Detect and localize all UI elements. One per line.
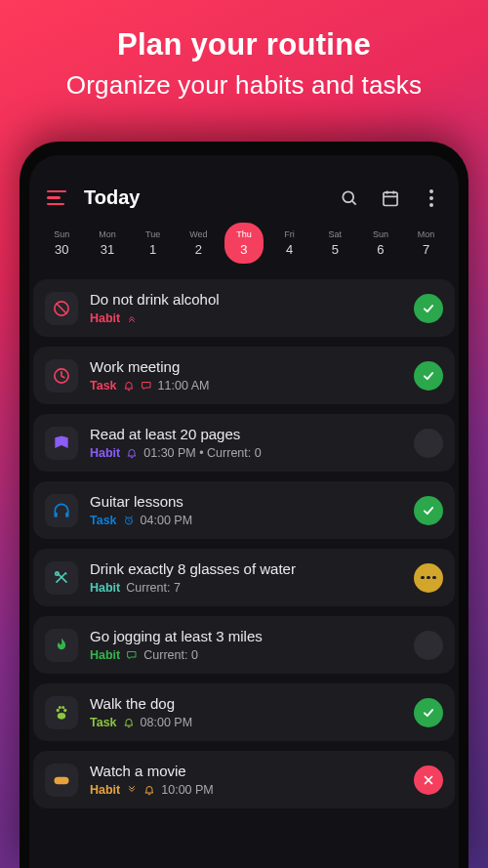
svg-point-0: [343, 191, 353, 202]
day-number: 1: [149, 242, 156, 257]
item-title: Work meeting: [90, 358, 402, 376]
status-button[interactable]: [414, 698, 443, 727]
status-button[interactable]: [414, 429, 443, 458]
phone-frame: Today Sun30Mon31Tue1Wed2Thu3Fri4Sat5Sun6…: [20, 142, 468, 868]
day-of-week: Mon: [99, 229, 116, 239]
item-type: Task: [90, 379, 117, 393]
day-cell[interactable]: Mon31: [88, 223, 127, 264]
svg-point-18: [63, 708, 66, 711]
date-strip: Sun30Mon31Tue1Wed2Thu3Fri4Sat5Sun6Mon7: [29, 223, 459, 279]
day-cell[interactable]: Thu3: [224, 223, 264, 264]
list-item[interactable]: Do not drink alcohol Habit: [33, 279, 455, 337]
status-button[interactable]: [414, 563, 443, 593]
search-icon[interactable]: [340, 188, 359, 208]
day-cell[interactable]: Sat5: [315, 223, 354, 264]
item-title: Drink exactly 8 glasses of water: [90, 560, 402, 578]
overflow-icon[interactable]: [422, 188, 441, 208]
list-item[interactable]: Walk the dog Task 08:00 PM: [33, 683, 455, 741]
list-item[interactable]: Go jogging at least 3 miles Habit Curren…: [33, 616, 455, 674]
item-content: Do not drink alcohol Habit: [90, 291, 402, 325]
chat-icon: [141, 380, 152, 392]
day-cell[interactable]: Fri4: [270, 223, 309, 264]
day-number: 2: [195, 242, 202, 257]
item-detail: 01:30 PM • Current: 0: [143, 446, 261, 460]
day-of-week: Thu: [236, 229, 252, 239]
status-button[interactable]: [414, 361, 443, 391]
svg-line-1: [352, 200, 356, 204]
item-title: Do not drink alcohol: [90, 291, 402, 309]
day-number: 3: [240, 242, 247, 257]
day-number: 30: [55, 242, 68, 257]
svg-rect-9: [55, 512, 58, 517]
list-item[interactable]: Drink exactly 8 glasses of water Habit C…: [33, 549, 455, 606]
day-number: 4: [286, 242, 293, 257]
item-detail: Current: 7: [126, 581, 181, 595]
day-of-week: Wed: [189, 229, 207, 239]
list-item[interactable]: Watch a movie Habit 10:00 PM: [33, 751, 455, 808]
item-title: Read at least 20 pages: [90, 426, 402, 443]
item-type: Habit: [90, 581, 120, 595]
item-content: Guitar lessons Task 04:00 PM: [90, 493, 402, 527]
item-icon-box: [45, 359, 78, 393]
bell-icon: [143, 784, 155, 796]
day-cell[interactable]: Wed2: [179, 223, 218, 264]
item-title: Watch a movie: [90, 763, 402, 780]
svg-rect-10: [65, 512, 68, 517]
day-number: 7: [423, 242, 429, 257]
svg-line-12: [125, 517, 127, 517]
menu-icon[interactable]: [47, 190, 68, 206]
item-icon-box: [45, 427, 78, 460]
promo-header: Plan your routine Organize your habits a…: [0, 0, 488, 101]
double-chevron-down-icon: [126, 784, 138, 796]
chat-icon: [126, 649, 138, 661]
item-type: Task: [90, 716, 117, 729]
item-title: Go jogging at least 3 miles: [90, 628, 402, 645]
day-of-week: Sun: [373, 229, 388, 239]
day-of-week: Fri: [284, 229, 295, 239]
day-cell[interactable]: Mon7: [407, 223, 446, 264]
item-content: Work meeting Task 11:00 AM: [90, 358, 402, 393]
status-button[interactable]: [414, 765, 443, 795]
item-type: Task: [90, 514, 117, 527]
status-button[interactable]: [414, 294, 443, 323]
items-list: Do not drink alcohol Habit Work meeting …: [29, 279, 459, 808]
item-detail: 11:00 AM: [158, 379, 210, 393]
item-type: Habit: [90, 446, 120, 460]
day-cell[interactable]: Tue1: [134, 223, 173, 264]
item-detail: 08:00 PM: [141, 716, 193, 729]
svg-point-19: [59, 706, 61, 709]
list-item[interactable]: Guitar lessons Task 04:00 PM: [33, 481, 455, 539]
item-detail: Current: 0: [143, 648, 198, 662]
item-title: Walk the dog: [90, 695, 402, 713]
item-content: Read at least 20 pages Habit 01:30 PM • …: [90, 426, 402, 460]
svg-rect-2: [384, 192, 397, 205]
promo-title: Plan your routine: [0, 27, 488, 62]
calendar-icon[interactable]: [381, 188, 400, 208]
svg-rect-22: [55, 776, 69, 784]
svg-line-13: [131, 517, 133, 517]
item-type: Habit: [90, 648, 120, 662]
svg-line-7: [57, 304, 66, 313]
item-icon-box: [45, 696, 78, 729]
bell-icon: [123, 380, 135, 392]
list-item[interactable]: Read at least 20 pages Habit 01:30 PM • …: [33, 414, 455, 472]
status-button[interactable]: [414, 496, 443, 525]
item-type: Habit: [90, 311, 120, 325]
svg-point-21: [58, 713, 65, 720]
day-cell[interactable]: Sun6: [361, 223, 400, 264]
item-content: Walk the dog Task 08:00 PM: [90, 695, 402, 729]
item-detail: 04:00 PM: [141, 514, 193, 527]
item-icon-box: [45, 292, 78, 325]
item-icon-box: [45, 494, 78, 527]
day-of-week: Mon: [418, 229, 435, 239]
status-button[interactable]: [414, 631, 443, 660]
bell-icon: [126, 447, 138, 459]
day-number: 6: [377, 242, 384, 257]
svg-point-17: [57, 708, 60, 711]
item-title: Guitar lessons: [90, 493, 402, 511]
item-icon-box: [45, 629, 78, 662]
list-item[interactable]: Work meeting Task 11:00 AM: [33, 347, 455, 404]
day-cell[interactable]: Sun30: [42, 223, 81, 264]
day-of-week: Sat: [329, 229, 343, 239]
promo-subtitle: Organize your habits and tasks: [0, 70, 488, 101]
